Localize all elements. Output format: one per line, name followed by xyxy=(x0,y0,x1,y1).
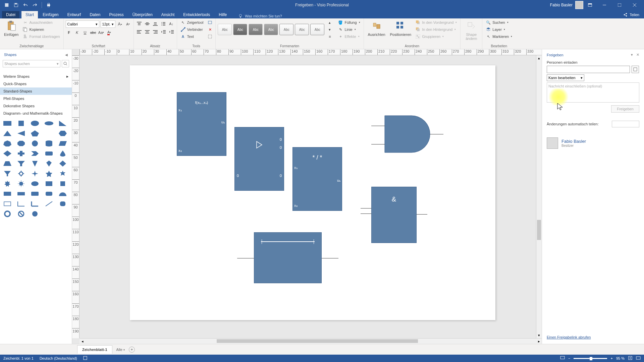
category-arrow-shapes[interactable]: Pfeil-Shapes xyxy=(0,95,72,102)
styles-scroll-down[interactable]: ▾ xyxy=(326,26,333,33)
group-button[interactable]: Gruppieren▾ xyxy=(414,33,458,40)
delete-tool-button[interactable]: ✕ xyxy=(207,26,213,33)
close-button[interactable] xyxy=(627,0,642,10)
shape-funnel[interactable] xyxy=(16,160,26,167)
avatar[interactable] xyxy=(575,1,583,9)
tab-dev[interactable]: Entwicklertools xyxy=(179,11,214,18)
shape-hexagon[interactable] xyxy=(58,130,67,137)
tab-view[interactable]: Ansicht xyxy=(157,11,178,18)
tab-review[interactable]: Überprüfen xyxy=(128,11,157,18)
decrease-indent-button[interactable] xyxy=(160,28,167,35)
align-bottom-button[interactable] xyxy=(152,20,159,27)
shape-rect3[interactable] xyxy=(3,190,12,197)
shape-burst[interactable] xyxy=(16,180,26,187)
macro-record-icon[interactable] xyxy=(83,356,87,361)
zoom-level[interactable]: 95 % xyxy=(616,356,625,360)
shape-divide-block[interactable]: * / * x₁ x₂ u₁ xyxy=(292,147,342,211)
shape-blank[interactable] xyxy=(44,130,54,137)
shape-heptagon[interactable] xyxy=(3,140,12,147)
style-swatch-1[interactable]: Abc xyxy=(218,24,232,35)
scroll-thumb[interactable] xyxy=(217,339,418,343)
add-page-button[interactable]: + xyxy=(129,347,135,353)
shape-gear[interactable] xyxy=(16,170,26,177)
address-book-button[interactable] xyxy=(632,66,639,73)
user-name[interactable]: Fabio Basler xyxy=(550,3,573,7)
minimize-button[interactable] xyxy=(597,0,612,10)
category-more-shapes[interactable]: Weitere Shapes▶ xyxy=(0,73,72,80)
share-submit-button[interactable]: Freigeben xyxy=(611,105,639,113)
shape-no-symbol[interactable] xyxy=(16,210,26,218)
position-button[interactable]: Positionieren xyxy=(388,19,414,38)
pointer-tool-button[interactable]: ↖Zeigertool xyxy=(179,19,205,26)
shape-chevron[interactable] xyxy=(30,150,40,157)
scroll-up-button[interactable]: ▴ xyxy=(536,55,542,61)
page-tab-1[interactable]: Zeichenblatt-1 xyxy=(77,345,112,354)
text-tool-button[interactable]: AText xyxy=(179,33,205,40)
get-share-link[interactable]: Einen Freigabelink abrufen xyxy=(547,335,591,339)
style-swatch-5[interactable]: Abc xyxy=(279,24,293,35)
tab-file[interactable]: Datei xyxy=(2,11,19,18)
style-swatch-2[interactable]: Abc xyxy=(233,24,247,35)
shape-diamond[interactable] xyxy=(3,150,12,157)
bring-front-button[interactable]: In den Vordergrund▾ xyxy=(414,19,458,26)
send-back-button[interactable]: In den Hintergrund▾ xyxy=(414,26,458,33)
shape-plus[interactable] xyxy=(16,150,26,157)
tell-me-search[interactable]: Was möchten Sie tun? xyxy=(238,14,282,18)
maximize-button[interactable] xyxy=(612,0,627,10)
shape-cone-point[interactable] xyxy=(30,160,40,167)
invite-input[interactable] xyxy=(547,66,630,73)
underline-button[interactable]: U xyxy=(82,29,89,36)
text-direction-button[interactable]: A↓ xyxy=(168,20,175,27)
paste-button[interactable]: Einfügen xyxy=(2,19,20,38)
print-button[interactable] xyxy=(45,1,53,9)
shape-star7[interactable] xyxy=(3,180,12,187)
zoom-slider[interactable] xyxy=(574,358,607,359)
auto-share-select[interactable] xyxy=(612,121,639,127)
visio-icon[interactable] xyxy=(3,1,11,9)
shape-parallelogram[interactable] xyxy=(58,140,67,147)
scroll-down-button[interactable]: ▾ xyxy=(536,333,542,338)
shape-register-block[interactable] xyxy=(254,232,322,283)
freeform-tool-button[interactable] xyxy=(207,33,213,40)
shape-amp-block[interactable]: & xyxy=(371,187,417,243)
redo-button[interactable] xyxy=(31,1,39,9)
align-right-button[interactable] xyxy=(152,28,159,35)
connector-tool-button[interactable]: Verbinder xyxy=(179,26,205,33)
presentation-mode-icon[interactable] xyxy=(560,356,565,361)
effects-button[interactable]: ✦Effekte▾ xyxy=(336,33,361,40)
shape-octagon[interactable] xyxy=(16,140,26,147)
category-diagram-shapes[interactable]: Diagramm- und Mathematik-Shapes xyxy=(0,110,72,117)
shape-pentagon[interactable] xyxy=(30,130,40,137)
shape-trapezoid[interactable] xyxy=(3,160,12,167)
tab-insert[interactable]: Einfügen xyxy=(39,11,62,18)
scroll-right-button[interactable]: ▸ xyxy=(536,339,542,344)
grow-font-button[interactable]: A▴ xyxy=(117,21,123,27)
bullets-button[interactable] xyxy=(160,20,167,27)
shape-triangle[interactable] xyxy=(3,130,12,137)
permission-select[interactable]: Kann bearbeiten▾ xyxy=(547,74,584,81)
shape-left-triangle[interactable] xyxy=(16,130,26,137)
shape-and-gate[interactable] xyxy=(371,112,438,157)
shape-right-triangle[interactable] xyxy=(58,120,67,127)
style-swatch-6[interactable]: Abc xyxy=(295,24,309,35)
shape-rect4[interactable] xyxy=(16,190,26,197)
format-painter-button[interactable]: Format übertragen xyxy=(21,33,61,40)
styles-more[interactable]: ≡ xyxy=(326,33,333,40)
shape-cylinder[interactable] xyxy=(44,140,54,147)
change-shape-button[interactable]: Shape ändern xyxy=(463,19,480,42)
shapes-search-input[interactable]: Shapes suchen▾ xyxy=(3,60,60,67)
bold-button[interactable]: F xyxy=(66,29,72,36)
font-family-select[interactable]: Calibri▾ xyxy=(66,20,99,28)
category-quick-shapes[interactable]: Quick-Shapes xyxy=(0,80,72,87)
panel-options-icon[interactable]: ▾ xyxy=(631,53,633,57)
shape-ellipse-wide[interactable] xyxy=(44,120,54,127)
shape-L[interactable] xyxy=(30,200,40,207)
fill-button[interactable]: 🪣Füllung▾ xyxy=(336,19,361,26)
scroll-left-button[interactable]: ◂ xyxy=(79,339,85,344)
align-middle-button[interactable] xyxy=(144,20,151,27)
align-top-button[interactable] xyxy=(136,20,143,27)
shape-oval2[interactable] xyxy=(30,180,40,187)
shape-rounded-sq[interactable] xyxy=(58,200,67,207)
shape-square[interactable] xyxy=(16,120,26,127)
ribbon-display-button[interactable] xyxy=(586,1,594,9)
